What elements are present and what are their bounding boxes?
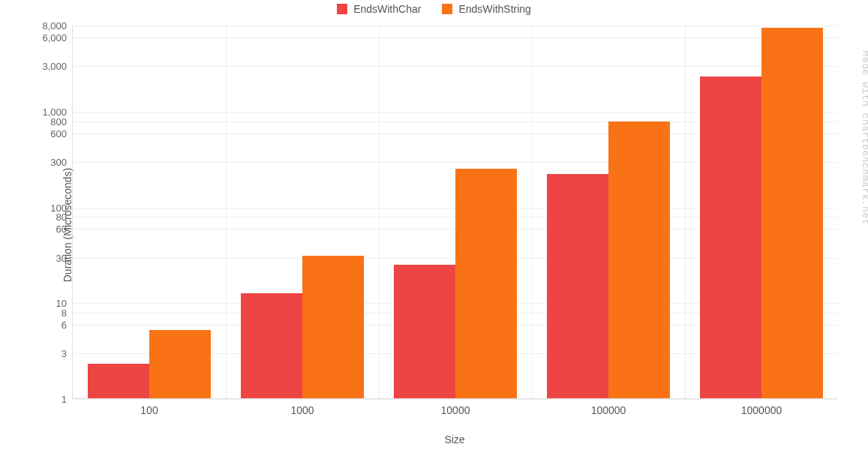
x-tick-label: 100000 bbox=[591, 398, 626, 416]
watermark: Made with chartbenchmark.net bbox=[860, 51, 869, 225]
gridline-v bbox=[226, 26, 227, 398]
gridline-v bbox=[532, 26, 533, 398]
x-axis-label: Size bbox=[72, 434, 837, 446]
y-tick-label: 300 bbox=[50, 156, 73, 167]
bar-endswithstring-1000[interactable] bbox=[302, 256, 364, 398]
y-tick-label: 600 bbox=[50, 128, 73, 139]
y-tick-label: 6,000 bbox=[42, 32, 73, 43]
y-tick-label: 3 bbox=[62, 348, 73, 359]
legend-swatch bbox=[442, 4, 452, 14]
bar-endswithstring-10000[interactable] bbox=[455, 169, 517, 398]
x-tick-label: 1000000 bbox=[741, 398, 782, 416]
bar-endswithstring-1000000[interactable] bbox=[761, 28, 823, 398]
bar-endswithchar-100[interactable] bbox=[88, 364, 149, 398]
bar-endswithchar-100000[interactable] bbox=[547, 174, 608, 398]
y-tick-label: 30 bbox=[56, 252, 73, 263]
gridline-h bbox=[73, 38, 837, 38]
gridline-v bbox=[379, 26, 380, 398]
legend-label: EndsWithString bbox=[458, 3, 530, 15]
y-tick-label: 3,000 bbox=[42, 61, 73, 72]
y-tick-label: 8,000 bbox=[42, 20, 73, 32]
y-tick-label: 100 bbox=[50, 202, 73, 213]
bar-endswithstring-100[interactable] bbox=[149, 330, 211, 398]
bar-endswithchar-10000[interactable] bbox=[394, 265, 455, 398]
x-tick-label: 10000 bbox=[441, 398, 470, 416]
legend-label: EndsWithChar bbox=[353, 3, 421, 15]
legend-swatch bbox=[337, 4, 347, 14]
gridline-v bbox=[685, 26, 686, 398]
plot-area: 1368103060801003006008001,0003,0006,0008… bbox=[72, 26, 837, 399]
y-tick-label: 1,000 bbox=[42, 106, 73, 118]
bar-endswithchar-1000[interactable] bbox=[241, 293, 302, 398]
gridline-h bbox=[73, 26, 837, 26]
y-tick-label: 6 bbox=[62, 319, 73, 330]
y-tick-label: 10 bbox=[56, 298, 73, 309]
bar-endswithchar-1000000[interactable] bbox=[700, 76, 761, 398]
bar-endswithstring-100000[interactable] bbox=[608, 122, 670, 398]
legend: EndsWithCharEndsWithString bbox=[0, 3, 868, 15]
y-tick-label: 1 bbox=[62, 394, 73, 405]
x-tick-label: 100 bbox=[140, 398, 158, 416]
legend-item-endswithstring[interactable]: EndsWithString bbox=[442, 3, 530, 15]
x-tick-label: 1000 bbox=[290, 398, 314, 416]
benchmark-bar-chart: EndsWithCharEndsWithString Duration (Mic… bbox=[0, 0, 868, 450]
y-tick-label: 60 bbox=[56, 224, 73, 235]
gridline-h bbox=[73, 66, 837, 67]
legend-item-endswithchar[interactable]: EndsWithChar bbox=[337, 3, 421, 15]
